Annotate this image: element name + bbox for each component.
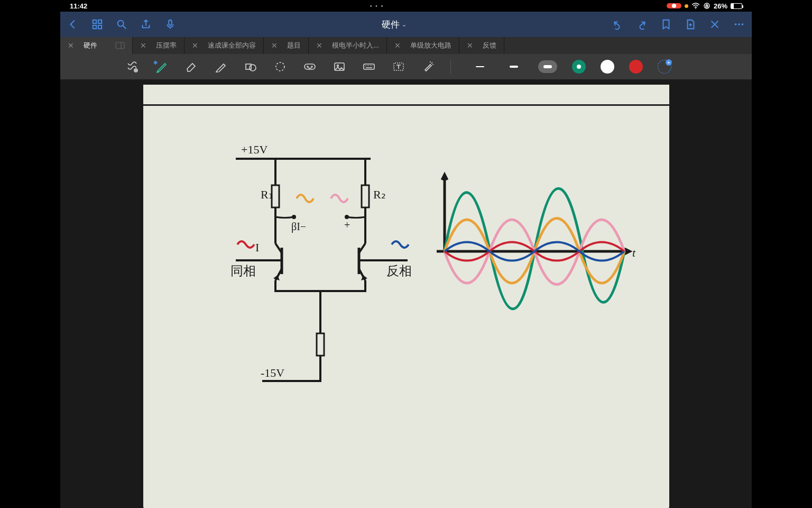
undo-button[interactable] <box>611 18 624 31</box>
note-drawing: +15V R₁ R₂ <box>143 106 669 455</box>
keyboard-tool[interactable] <box>362 59 376 74</box>
svg-rect-13 <box>246 64 251 69</box>
share-button[interactable] <box>140 18 152 31</box>
svg-point-15 <box>276 62 284 71</box>
tab-label: 硬件 <box>84 41 97 50</box>
svg-text:+: + <box>344 219 350 231</box>
document-title[interactable]: 硬件⌄ <box>188 19 599 31</box>
add-page-button[interactable] <box>684 18 697 31</box>
redo-button[interactable] <box>635 18 648 31</box>
split-icon[interactable] <box>115 42 125 49</box>
close-icon[interactable]: ✕ <box>316 41 322 50</box>
canvas-wrap: +15V R₁ R₂ <box>60 79 752 508</box>
battery-pct: 26% <box>714 2 727 10</box>
zoom-tool[interactable] <box>125 59 140 74</box>
sticker-tool[interactable] <box>302 59 317 74</box>
highlighter-tool[interactable] <box>214 59 228 74</box>
tab-label: 单级放大电路 <box>410 41 451 50</box>
svg-rect-3 <box>98 20 102 23</box>
svg-rect-21 <box>364 64 374 69</box>
svg-rect-25 <box>362 185 369 207</box>
bookmark-button[interactable] <box>660 18 672 31</box>
more-button[interactable] <box>733 18 745 31</box>
wifi-icon <box>691 3 700 9</box>
close-icon[interactable]: ✕ <box>192 41 198 50</box>
svg-point-18 <box>311 66 312 67</box>
svg-point-17 <box>307 66 308 67</box>
privacy-dot <box>685 4 688 8</box>
orientation-lock-icon <box>703 2 710 10</box>
eraser-tool[interactable] <box>184 59 199 74</box>
tab-singlestage[interactable]: ✕ 单级放大电路 <box>387 37 459 54</box>
tab-analog[interactable]: ✕ 模电半小时入... <box>309 37 387 54</box>
svg-rect-5 <box>98 25 102 29</box>
note-page[interactable]: +15V R₁ R₂ <box>143 85 669 508</box>
recording-pill[interactable] <box>667 3 681 8</box>
color-white[interactable] <box>601 60 614 74</box>
tab-label: 模电半小时入... <box>332 41 379 50</box>
tab-hardware[interactable]: ✕ 硬件 <box>60 37 133 54</box>
svg-rect-7 <box>169 20 172 25</box>
grid-button[interactable] <box>91 18 104 31</box>
svg-point-10 <box>742 23 744 25</box>
tab-slewrate[interactable]: ✕ 压摆率 <box>133 37 184 54</box>
svg-point-14 <box>250 65 256 71</box>
svg-point-8 <box>735 23 737 25</box>
shape-tool[interactable] <box>243 59 258 74</box>
color-add[interactable]: + <box>658 60 671 74</box>
tab-feedback[interactable]: ✕ 反馈 <box>459 37 504 54</box>
svg-rect-11 <box>116 42 124 49</box>
status-right: 26% <box>667 2 742 10</box>
tool-row: ✱ + <box>60 54 752 79</box>
close-icon[interactable]: ✕ <box>68 41 74 50</box>
close-button[interactable] <box>708 18 721 31</box>
tab-row: ✕ 硬件 ✕ 压摆率 ✕ 速成课全部内容 ✕ 题目 ✕ 模电半小时入... ✕ <box>60 37 752 54</box>
lasso-tool[interactable] <box>273 59 288 74</box>
mic-button[interactable] <box>164 18 177 31</box>
stroke-thin[interactable] <box>470 60 490 73</box>
svg-point-6 <box>118 21 124 26</box>
svg-rect-35 <box>317 333 324 356</box>
stroke-thick[interactable] <box>538 60 557 73</box>
back-button[interactable] <box>67 18 79 31</box>
svg-point-20 <box>337 65 339 67</box>
search-button[interactable] <box>115 18 128 31</box>
text-tool[interactable] <box>391 59 406 74</box>
tab-label: 速成课全部内容 <box>208 41 256 50</box>
laser-tool[interactable] <box>421 59 436 74</box>
svg-rect-2 <box>93 20 96 23</box>
svg-rect-4 <box>93 25 96 29</box>
tab-problems[interactable]: ✕ 题目 <box>264 37 309 54</box>
svg-text:I: I <box>255 241 259 254</box>
svg-text:R₁: R₁ <box>261 188 273 201</box>
tab-crashcourse[interactable]: ✕ 速成课全部内容 <box>184 37 264 54</box>
tab-label: 压摆率 <box>156 41 177 50</box>
pen-tool[interactable]: ✱ <box>154 59 169 74</box>
color-green[interactable] <box>572 60 586 74</box>
svg-text:-15V: -15V <box>261 366 284 379</box>
image-tool[interactable] <box>332 59 347 74</box>
svg-text:+15V: +15V <box>241 143 267 156</box>
status-handle: • • • <box>87 3 667 9</box>
svg-text:βI−: βI− <box>291 221 306 233</box>
svg-point-0 <box>695 8 696 9</box>
stroke-med[interactable] <box>504 60 523 73</box>
tab-label: 反馈 <box>483 41 496 50</box>
close-icon[interactable]: ✕ <box>394 41 401 50</box>
close-icon[interactable]: ✕ <box>467 41 473 50</box>
battery-icon <box>731 3 742 9</box>
svg-text:t: t <box>632 246 636 259</box>
svg-point-9 <box>738 23 740 25</box>
close-icon[interactable]: ✕ <box>140 41 146 50</box>
svg-text:反相: 反相 <box>386 264 412 278</box>
close-icon[interactable]: ✕ <box>271 41 278 50</box>
svg-text:R₂: R₂ <box>373 188 386 201</box>
status-time: 11:42 <box>70 2 87 10</box>
color-red[interactable] <box>629 60 643 74</box>
tab-label: 题目 <box>287 41 301 50</box>
svg-text:同相: 同相 <box>230 264 256 278</box>
